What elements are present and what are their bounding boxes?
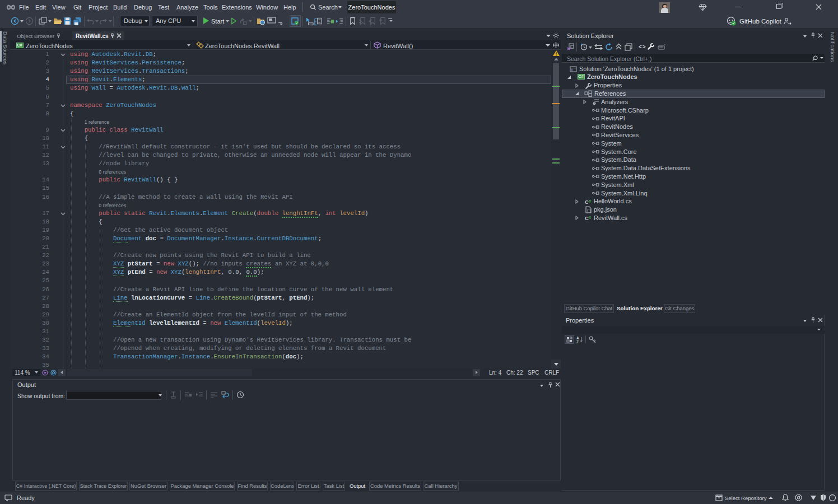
svg-text:Z: Z — [576, 340, 579, 344]
svg-text:{}: {} — [586, 208, 591, 213]
svg-text:i: i — [594, 101, 594, 105]
